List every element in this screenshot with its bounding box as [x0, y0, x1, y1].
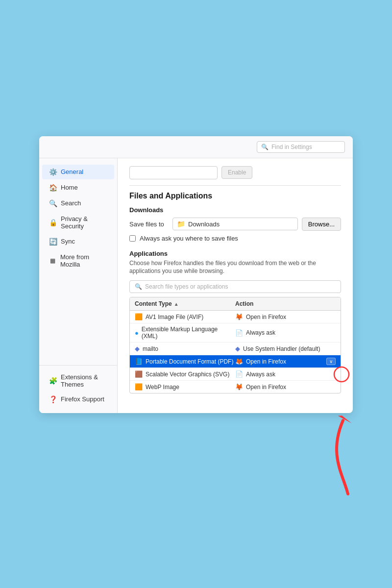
sidebar-item-privacy-label: Privacy & Security: [61, 215, 107, 230]
xml-action-label: Always ask: [246, 329, 275, 336]
sidebar-item-extensions[interactable]: 🧩 Extensions & Themes: [42, 370, 114, 392]
support-icon: ❓: [49, 395, 57, 403]
folder-select[interactable]: 📁 Downloads: [172, 218, 298, 230]
action-cell: 📄 Always ask: [235, 329, 336, 337]
search-nav-icon: 🔍: [49, 199, 57, 207]
search-apps-input[interactable]: 🔍 Search file types or applications: [129, 280, 341, 293]
mailto-type-label: mailto: [143, 345, 158, 352]
apps-table: Content Type ▲ Action 🟧 AV1 Image File (…: [129, 297, 341, 393]
sidebar-item-privacy[interactable]: 🔒 Privacy & Security: [42, 212, 114, 233]
pdf-action-dropdown[interactable]: ∨: [326, 358, 336, 365]
xml-type-label: Extensible Markup Language (XML): [142, 326, 235, 340]
type-cell: 🟫 Scalable Vector Graphics (SVG): [135, 370, 235, 378]
general-icon: ⚙️: [49, 168, 57, 176]
extensions-icon: 🧩: [49, 377, 57, 385]
firefox-icon-1: 🦊: [235, 313, 243, 320]
downloads-subsection-title: Downloads: [129, 206, 341, 214]
table-row[interactable]: ◆ mailto ◆ Use System Handler (default): [130, 343, 341, 355]
svg-type-label: Scalable Vector Graphics (SVG): [146, 371, 229, 378]
find-in-settings-label: Find in Settings: [271, 144, 312, 150]
save-files-label: Save files to: [129, 220, 169, 228]
sidebar-extensions-label: Extensions & Themes: [61, 373, 107, 388]
webp-action-label: Open in Firefox: [246, 384, 286, 391]
type-cell: ● Extensible Markup Language (XML): [135, 326, 235, 340]
mailto-icon: ◆: [135, 345, 140, 352]
pdf-icon: 📘: [135, 358, 143, 365]
find-in-settings-input[interactable]: 🔍 Find in Settings: [257, 141, 345, 153]
svg-marker-1: [338, 413, 352, 426]
browser-window: 🔍 Find in Settings ⚙️ General 🏠 Home 🔍 S…: [39, 136, 353, 413]
pdf-type-label: Portable Document Format (PDF): [146, 358, 233, 365]
sidebar-item-home-label: Home: [61, 184, 78, 191]
main-content: Enable Files and Applications Downloads …: [118, 158, 353, 413]
always-ask-label: Always ask you where to save files: [140, 235, 238, 242]
table-header: Content Type ▲ Action: [130, 297, 341, 311]
type-cell: ◆ mailto: [135, 345, 235, 352]
system-icon: ◆: [235, 345, 240, 352]
partial-button[interactable]: Enable: [221, 166, 252, 179]
action-cell: 🦊 Open in Firefox: [235, 313, 336, 320]
search-icon: 🔍: [261, 144, 269, 150]
firefox-icon-3: 🦊: [235, 383, 243, 391]
sidebar-item-sync-label: Sync: [61, 238, 75, 245]
av1-icon: 🟧: [135, 313, 143, 320]
search-apps-placeholder: Search file types or applications: [145, 283, 228, 290]
action-cell: 🦊 Open in Firefox ∨: [235, 358, 336, 365]
type-cell: 🟧 AV1 Image File (AVIF): [135, 313, 235, 320]
always-ask-checkbox[interactable]: [129, 235, 136, 242]
sidebar-item-search-label: Search: [61, 199, 81, 207]
action-cell: ◆ Use System Handler (default): [235, 345, 336, 352]
action-cell: 🦊 Open in Firefox: [235, 383, 336, 391]
sidebar-support-label: Firefox Support: [61, 395, 104, 403]
lock-icon: 🔒: [49, 219, 57, 226]
search-apps-icon: 🔍: [135, 283, 142, 290]
mailto-action-label: Use System Handler (default): [243, 345, 320, 352]
applications-desc: Choose how Firefox handles the files you…: [129, 259, 341, 276]
webp-type-label: WebP Image: [146, 384, 179, 391]
always-ask-row: Always ask you where to save files: [129, 235, 341, 242]
xml-icon: ●: [135, 329, 139, 337]
sidebar-item-general-label: General: [61, 168, 83, 175]
type-cell: 📘 Portable Document Format (PDF): [135, 358, 235, 365]
sidebar-item-more-mozilla[interactable]: ▦ More from Mozilla: [42, 250, 114, 271]
sync-icon: 🔄: [49, 238, 57, 245]
sidebar-item-support[interactable]: ❓ Firefox Support: [42, 392, 114, 407]
sidebar-item-search[interactable]: 🔍 Search: [42, 196, 114, 211]
sort-icon: ▲: [174, 301, 179, 307]
type-cell: 🟧 WebP Image: [135, 383, 235, 391]
partial-text-input[interactable]: [129, 166, 218, 179]
table-row-selected[interactable]: 📘 Portable Document Format (PDF) 🦊 Open …: [130, 355, 341, 368]
mozilla-icon: ▦: [49, 257, 56, 264]
pdf-action-label: Open in Firefox: [246, 358, 286, 365]
webp-icon: 🟧: [135, 383, 143, 391]
table-row[interactable]: 🟧 WebP Image 🦊 Open in Firefox: [130, 381, 341, 393]
applications-title: Applications: [129, 250, 341, 257]
table-row[interactable]: 🟫 Scalable Vector Graphics (SVG) 📄 Alway…: [130, 368, 341, 381]
action-cell: 📄 Always ask: [235, 370, 336, 378]
main-layout: ⚙️ General 🏠 Home 🔍 Search 🔒 Privacy & S…: [39, 158, 353, 413]
table-row[interactable]: 🟧 AV1 Image File (AVIF) 🦊 Open in Firefo…: [130, 311, 341, 323]
arrow-annotation: [304, 406, 363, 504]
home-icon: 🏠: [49, 184, 57, 192]
sidebar-item-general[interactable]: ⚙️ General: [42, 165, 114, 179]
firefox-icon-2: 🦊: [235, 358, 243, 365]
folder-icon: 📁: [177, 220, 185, 228]
ask-icon-2: 📄: [235, 370, 243, 378]
sidebar-item-home[interactable]: 🏠 Home: [42, 180, 114, 195]
svg-action-label: Always ask: [246, 371, 275, 378]
sidebar: ⚙️ General 🏠 Home 🔍 Search 🔒 Privacy & S…: [39, 158, 118, 413]
table-row[interactable]: ● Extensible Markup Language (XML) 📄 Alw…: [130, 323, 341, 343]
content-type-label: Content Type: [135, 300, 172, 307]
svg-icon: 🟫: [135, 370, 143, 378]
folder-name: Downloads: [188, 220, 220, 228]
action-header: Action: [235, 300, 336, 307]
section-title: Files and Applications: [129, 192, 341, 200]
sidebar-bottom: 🧩 Extensions & Themes ❓ Firefox Support: [39, 365, 117, 407]
av1-type-label: AV1 Image File (AVIF): [146, 314, 203, 320]
save-files-row: Save files to 📁 Downloads Browse...: [129, 218, 341, 231]
top-bar: 🔍 Find in Settings: [39, 136, 353, 158]
sidebar-item-sync[interactable]: 🔄 Sync: [42, 234, 114, 249]
content-type-header: Content Type ▲: [135, 300, 235, 307]
browse-button[interactable]: Browse...: [302, 218, 341, 231]
section-divider: [129, 185, 341, 186]
